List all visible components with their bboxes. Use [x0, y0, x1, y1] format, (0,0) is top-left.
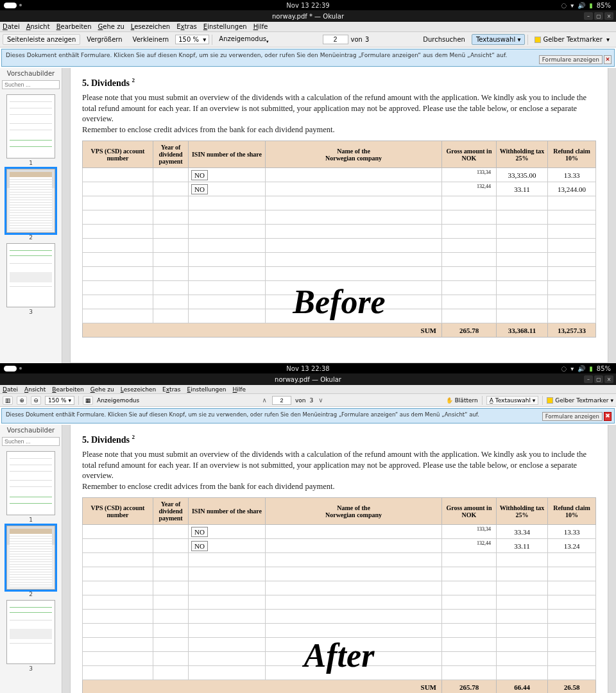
thumbnail-sidebar: Vorschaubilder 1 2 3: [0, 425, 62, 693]
form-info-banner: Dieses Dokument enthält Formulare. Klick…: [1, 49, 615, 67]
show-forms-button[interactable]: Formulare anzeigen: [539, 55, 603, 64]
window-titlebar: norway.pdf * — Okular – ▢ ×: [0, 10, 616, 22]
menu-extras[interactable]: Extras: [176, 23, 197, 30]
page-input[interactable]: [323, 35, 348, 44]
menu-lesezeichen[interactable]: Lesezeichen: [121, 386, 156, 393]
banner-close-button[interactable]: ×: [604, 55, 612, 64]
minimize-button[interactable]: –: [584, 12, 593, 20]
menu-einstellungen[interactable]: Einstellungen: [187, 386, 227, 393]
table-row: [83, 253, 596, 267]
maximize-button[interactable]: ▢: [594, 12, 603, 20]
window-title: norway.pdf — Okular: [275, 376, 341, 383]
menu-hilfe[interactable]: Hilfe: [233, 386, 246, 393]
view-mode-button[interactable]: Anzeigemodus▾: [215, 34, 272, 46]
banner-text: Dieses Dokument enthält Formulare. Klick…: [6, 52, 507, 58]
browse-tool-button[interactable]: ✋ Blättern: [446, 397, 478, 404]
battery-pct: 85%: [597, 365, 611, 372]
close-button[interactable]: ×: [604, 375, 613, 383]
maximize-button[interactable]: ▢: [594, 375, 603, 383]
pdf-page: 5. Dividends 2 Please note that you must…: [70, 68, 608, 363]
menu-bearbeiten[interactable]: Bearbeiten: [52, 386, 83, 393]
document-viewport[interactable]: 5. Dividends 2 Please note that you must…: [62, 425, 616, 693]
clock: Nov 13 22:39: [286, 2, 329, 9]
thumbnail-2[interactable]: [6, 169, 55, 233]
zoom-in-button[interactable]: Vergrößern: [83, 35, 126, 44]
zoom-out-icon[interactable]: ⊖: [31, 396, 41, 405]
sidebar-search-input[interactable]: [2, 437, 60, 446]
thumbnail-1[interactable]: [6, 94, 55, 158]
close-button[interactable]: ×: [604, 12, 613, 20]
battery-icon: ▮: [589, 2, 593, 9]
menu-hilfe[interactable]: Hilfe: [253, 23, 268, 30]
browse-tool-button[interactable]: Durchsuchen: [419, 35, 469, 44]
thumbnail-3[interactable]: [6, 243, 55, 307]
before-pane: Nov 13 22:39 ◌ ▾ 🔊 ▮ 85% norway.pdf * — …: [0, 0, 616, 363]
highlighter-icon: [547, 397, 553, 404]
thumbnail-2[interactable]: [6, 526, 55, 590]
table-row: [83, 666, 596, 680]
highlighter-icon: [535, 37, 541, 43]
activities-pill[interactable]: [4, 3, 17, 8]
clock: Nov 13 22:38: [286, 365, 329, 372]
section-heading: 5. Dividends 2: [82, 434, 596, 445]
volume-icon: 🔊: [578, 2, 585, 9]
sidebar-heading: Vorschaubilder: [0, 68, 62, 79]
highlighter-button[interactable]: Gelber Textmarker ▾: [531, 35, 613, 44]
menu-datei[interactable]: Datei: [3, 23, 20, 30]
battery-pct: 85%: [597, 2, 611, 9]
menu-gehe[interactable]: Gehe zu: [90, 386, 114, 393]
menu-einstellungen[interactable]: Einstellungen: [203, 23, 247, 30]
sidebar-search-input[interactable]: [2, 80, 60, 89]
page-input[interactable]: [272, 396, 291, 405]
menu-lesezeichen[interactable]: Lesezeichen: [131, 23, 170, 30]
thumbnail-1[interactable]: [6, 451, 55, 515]
page-next-button[interactable]: ∨: [317, 397, 324, 404]
minimize-button[interactable]: –: [584, 375, 593, 383]
battery-icon: ▮: [589, 365, 593, 372]
toggle-sidebar-button[interactable]: Seitenleiste anzeigen: [3, 34, 80, 45]
text-select-tool-button[interactable]: A̲ Textauswahl ▾: [486, 396, 539, 405]
th-vps: VPS (CSD) account number: [83, 141, 153, 168]
menu-extras[interactable]: Extras: [162, 386, 180, 393]
toolbar: Seitenleiste anzeigen Vergrößern Verklei…: [0, 32, 616, 47]
activities-pill[interactable]: [4, 366, 17, 372]
th-vps: VPS (CSD) account number: [83, 498, 153, 525]
text-select-tool-button[interactable]: Textauswahl ▾: [472, 34, 526, 45]
page-prev-button[interactable]: ∧: [261, 397, 268, 404]
system-bar: Nov 13 22:38 ◌ ▾ 🔊 ▮ 85%: [0, 363, 616, 373]
volume-icon: 🔊: [578, 365, 585, 372]
table-row: NO132,4433.1113,244.00: [83, 182, 596, 196]
table-sum-row: SUM265.7866.4426.58: [83, 680, 596, 693]
view-mode-label[interactable]: Anzeigemodus: [97, 397, 139, 404]
table-row: [83, 624, 596, 638]
zoom-out-button[interactable]: Verkleinern: [129, 35, 173, 44]
pdf-page: 5. Dividends 2 Please note that you must…: [70, 425, 608, 693]
system-bar: Nov 13 22:39 ◌ ▾ 🔊 ▮ 85%: [0, 0, 616, 10]
menu-bar: Datei Ansicht Bearbeiten Gehe zu Lesezei…: [0, 22, 616, 32]
document-viewport[interactable]: 5. Dividends 2 Please note that you must…: [62, 68, 616, 363]
menu-bearbeiten[interactable]: Bearbeiten: [56, 23, 92, 30]
show-forms-button[interactable]: Formulare anzeigen: [542, 412, 603, 421]
menu-datei[interactable]: Datei: [3, 386, 18, 393]
table-row: NO133,3433,335.0013.33: [83, 168, 596, 182]
table-row: [83, 309, 596, 323]
menu-ansicht[interactable]: Ansicht: [26, 23, 50, 30]
view-mode-icon[interactable]: ▦: [83, 396, 93, 405]
sidebar-toggle-icon[interactable]: ▥: [3, 396, 13, 405]
window-titlebar: norway.pdf — Okular – ▢ ×: [0, 373, 616, 385]
page-of-label: von: [351, 36, 363, 43]
banner-text: Dieses Dokument enthält Formulare. Klick…: [6, 411, 479, 418]
dividends-table: VPS (CSD) account number Year of dividen…: [82, 141, 596, 338]
highlighter-button[interactable]: Gelber Textmarker ▾: [547, 397, 613, 404]
table-row: [83, 295, 596, 309]
page-total: 3: [365, 36, 369, 43]
menu-gehe[interactable]: Gehe zu: [98, 23, 124, 30]
table-row: [83, 196, 596, 210]
zoom-select[interactable]: 150 % ▾: [45, 396, 74, 405]
menu-ansicht[interactable]: Ansicht: [24, 386, 46, 393]
thumbnail-3[interactable]: [6, 600, 55, 664]
banner-close-button[interactable]: ✖: [604, 412, 612, 421]
table-row: [83, 610, 596, 624]
zoom-select[interactable]: 150 % ▾: [175, 35, 209, 44]
zoom-in-icon[interactable]: ⊕: [17, 396, 27, 405]
